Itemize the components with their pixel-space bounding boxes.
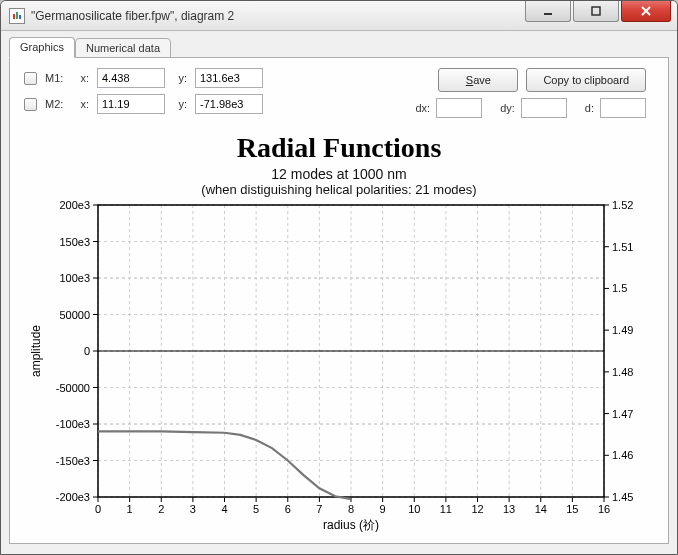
toolbar-buttons: Save Copy to clipboard (438, 68, 646, 92)
svg-text:5: 5 (253, 503, 259, 515)
svg-text:16: 16 (598, 503, 610, 515)
svg-rect-3 (544, 13, 552, 15)
m1-x-label: x: (75, 72, 89, 84)
m1-x-field[interactable] (97, 68, 165, 88)
m1-label: M1: (45, 72, 67, 84)
svg-text:1.46: 1.46 (612, 449, 633, 461)
svg-text:200e3: 200e3 (59, 199, 90, 211)
svg-text:2: 2 (158, 503, 164, 515)
svg-text:4: 4 (221, 503, 227, 515)
m2-y-field[interactable] (195, 94, 263, 114)
tab-strip: Graphics Numerical data (9, 37, 669, 58)
chart-subtitle-1: 12 modes at 1000 nm (24, 166, 654, 182)
svg-text:-200e3: -200e3 (56, 491, 90, 503)
save-button[interactable]: Save (438, 68, 518, 92)
svg-text:-50000: -50000 (56, 382, 90, 394)
svg-text:-150e3: -150e3 (56, 455, 90, 467)
tab-panel: Save Copy to clipboard dx: dy: d: M1: x:… (9, 57, 669, 544)
svg-rect-1 (16, 12, 18, 19)
svg-text:amplitude: amplitude (29, 325, 43, 377)
m2-x-field[interactable] (97, 94, 165, 114)
svg-text:11: 11 (440, 503, 452, 515)
maximize-button[interactable] (573, 0, 619, 22)
svg-text:9: 9 (380, 503, 386, 515)
svg-text:12: 12 (471, 503, 483, 515)
svg-text:1.51: 1.51 (612, 241, 633, 253)
svg-text:0: 0 (84, 345, 90, 357)
svg-text:13: 13 (503, 503, 515, 515)
svg-text:150e3: 150e3 (59, 236, 90, 248)
svg-rect-2 (19, 15, 21, 19)
svg-text:15: 15 (566, 503, 578, 515)
svg-text:1.45: 1.45 (612, 491, 633, 503)
d-field[interactable] (600, 98, 646, 118)
window-title: "Germanosilicate fiber.fpw", diagram 2 (31, 9, 525, 23)
titlebar[interactable]: "Germanosilicate fiber.fpw", diagram 2 (1, 1, 677, 31)
minimize-button[interactable] (525, 0, 571, 22)
svg-text:6: 6 (285, 503, 291, 515)
dx-label: dx: (415, 102, 430, 114)
window-buttons (525, 1, 677, 30)
svg-rect-0 (13, 14, 15, 19)
m2-label: M2: (45, 98, 67, 110)
app-icon (9, 8, 25, 24)
svg-text:1: 1 (127, 503, 133, 515)
m2-x-label: x: (75, 98, 89, 110)
svg-text:0: 0 (95, 503, 101, 515)
svg-text:1.49: 1.49 (612, 324, 633, 336)
chart-container: Radial Functions 12 modes at 1000 nm (wh… (24, 130, 654, 533)
m2-y-label: y: (173, 98, 187, 110)
delta-readouts: dx: dy: d: (415, 98, 646, 118)
plot-svg: 012345678910111213141516200e3150e3100e35… (24, 197, 654, 533)
m1-checkbox[interactable] (24, 72, 37, 85)
svg-text:1.48: 1.48 (612, 366, 633, 378)
app-window: "Germanosilicate fiber.fpw", diagram 2 G… (0, 0, 678, 555)
chart-subtitle-2: (when distiguishing helical polarities: … (24, 182, 654, 197)
m1-y-label: y: (173, 72, 187, 84)
svg-text:radius (祄): radius (祄) (323, 518, 379, 532)
svg-text:10: 10 (408, 503, 420, 515)
dy-label: dy: (500, 102, 515, 114)
svg-text:100e3: 100e3 (59, 272, 90, 284)
tab-numerical[interactable]: Numerical data (75, 38, 171, 58)
copy-button[interactable]: Copy to clipboard (526, 68, 646, 92)
dy-field[interactable] (521, 98, 567, 118)
svg-text:1.47: 1.47 (612, 408, 633, 420)
dx-field[interactable] (436, 98, 482, 118)
m2-checkbox[interactable] (24, 98, 37, 111)
svg-text:50000: 50000 (59, 309, 90, 321)
m1-y-field[interactable] (195, 68, 263, 88)
plot-area[interactable]: 012345678910111213141516200e3150e3100e35… (24, 197, 654, 533)
svg-text:1.52: 1.52 (612, 199, 633, 211)
svg-text:1.5: 1.5 (612, 282, 627, 294)
svg-rect-4 (592, 7, 600, 15)
chart-title: Radial Functions (24, 132, 654, 164)
tab-graphics[interactable]: Graphics (9, 37, 75, 58)
close-button[interactable] (621, 0, 671, 22)
svg-text:7: 7 (316, 503, 322, 515)
svg-text:14: 14 (535, 503, 547, 515)
svg-text:3: 3 (190, 503, 196, 515)
svg-text:-100e3: -100e3 (56, 418, 90, 430)
svg-text:8: 8 (348, 503, 354, 515)
d-label: d: (585, 102, 594, 114)
client-area: Graphics Numerical data Save Copy to cli… (1, 31, 677, 554)
